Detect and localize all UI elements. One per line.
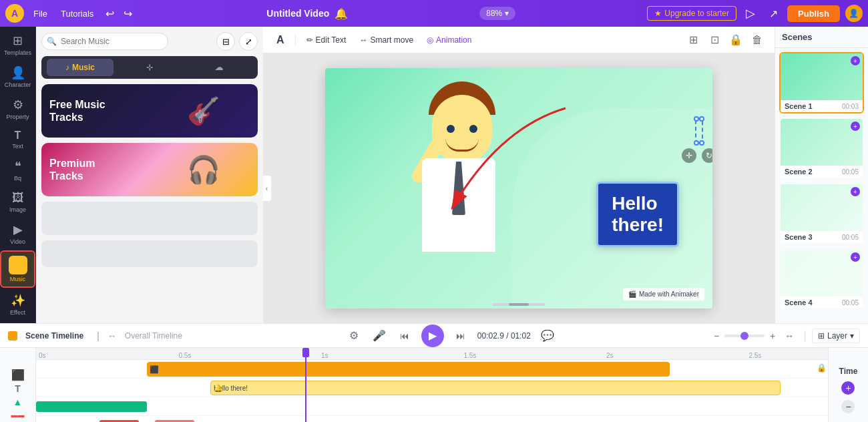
sidebar-item-bq[interactable]: ❝ Bq [0, 155, 35, 186]
fit-view-button[interactable]: ↔ [781, 327, 798, 345]
avatar[interactable]: 👤 [845, 5, 863, 22]
delete-button[interactable]: 🗑 [748, 31, 767, 49]
zoom-minus-icon[interactable]: − [714, 331, 719, 341]
sidebar-label-music: Music [10, 276, 26, 282]
scene-4-add[interactable]: + [851, 252, 860, 262]
menu-tutorials[interactable]: Tutorials [57, 7, 97, 20]
timeline-ruler: 0s 0.5s 1s 1.5s 2s 2.5s [36, 348, 828, 360]
caption-button[interactable]: 💬 [539, 327, 556, 345]
time-minus-button[interactable]: − [841, 400, 855, 413]
settings-ctrl-button[interactable]: ⚙ [345, 327, 363, 345]
overall-timeline-tab[interactable]: Overall Timeline [120, 329, 188, 343]
time-right-panel: Time + − [828, 348, 868, 422]
search-input[interactable] [41, 33, 168, 50]
character-icon: 👤 [11, 65, 25, 80]
publish-button[interactable]: Publish [787, 5, 840, 22]
music-panel: 🔍 ⊟ ⤢ ♪ Music ⊹ ☁ Free Music [36, 27, 263, 323]
lock-button[interactable]: 🔒 [726, 31, 745, 49]
save-icon[interactable]: 🔔 [335, 7, 348, 20]
skip-back-button[interactable]: ⏮ [396, 327, 413, 345]
scene-item-2[interactable]: + Scene 2 00:05 [779, 118, 864, 179]
scene-3-add[interactable]: + [851, 187, 860, 196]
animation-button[interactable]: ◎ Animation [421, 27, 477, 53]
skip-forward-button[interactable]: ⏭ [452, 327, 469, 345]
tab-cloud[interactable]: ☁ [186, 59, 252, 76]
sidebar-item-property[interactable]: ⚙ Property [0, 93, 35, 124]
sidebar-item-video[interactable]: ▶ Video [0, 218, 35, 249]
smart-move-label: Smart move [370, 35, 413, 45]
zoom-button[interactable]: 88% ▾ [479, 7, 515, 20]
sidebar-item-image[interactable]: 🖼 Image [0, 187, 35, 217]
layer-icon: ⊞ [818, 331, 825, 341]
scene-1-add[interactable]: + [851, 56, 860, 65]
scene-block-icon: ⬛ [150, 365, 159, 374]
menu-file[interactable]: File [29, 7, 51, 20]
text-format-icon: A [276, 34, 284, 46]
scroll-thumb [509, 303, 529, 306]
share-button[interactable]: ↗ [765, 5, 782, 22]
sidebar-item-effect[interactable]: ✨ Effect [0, 289, 35, 320]
edit-text-button[interactable]: ✏ Edit Text [301, 27, 352, 53]
scene-2-add[interactable]: + [851, 122, 860, 131]
premium-music-card[interactable]: Premium Tracks 🎧 [41, 143, 258, 196]
canvas-preview[interactable]: ✛ ↻ Hello there! 🎬 Made with Animaker [325, 68, 712, 308]
scene-thumb-4: + [781, 250, 863, 296]
scene-item-4[interactable]: + Scene 4 00:05 [779, 248, 864, 310]
grid-button[interactable]: ⊞ [684, 31, 702, 49]
music-icon: ♪ [9, 256, 27, 274]
timeline-playhead[interactable] [305, 348, 306, 422]
zoom-slider[interactable] [724, 335, 765, 337]
time-add-button[interactable]: + [841, 381, 855, 395]
sidebar-item-templates[interactable]: ⊞ Templates [0, 29, 35, 60]
controls-divider: | [803, 329, 807, 343]
mic-button[interactable]: 🎤 [371, 327, 388, 345]
preview-button[interactable]: ▷ [742, 5, 759, 22]
layer-select[interactable]: ⊞ Layer ▾ [812, 329, 860, 343]
redo-button[interactable]: ↪ [121, 6, 135, 21]
scenes-panel: Scenes + Scene 1 00:03 + Scene 2 00:05 [775, 27, 868, 323]
crop-button[interactable]: ⊡ [705, 31, 724, 49]
sidebar-item-music[interactable]: ♪ Music [0, 250, 35, 288]
green-track-block[interactable] [36, 401, 147, 412]
sidebar-label-property: Property [6, 114, 29, 120]
music-type-tabs: ♪ Music ⊹ ☁ [41, 56, 258, 79]
bq-icon: ❝ [15, 159, 21, 174]
text-format-button[interactable]: A [271, 27, 290, 53]
scene-item-3[interactable]: + Scene 3 00:05 [779, 183, 864, 244]
char-smile [445, 138, 479, 152]
tab-sfx[interactable]: ⊹ [116, 59, 183, 76]
text-track-block[interactable]: Hello there! 🔔 [210, 381, 781, 395]
sidebar-label-bq: Bq [14, 175, 21, 182]
scene-timeline-tab[interactable]: Scene Timeline [20, 329, 89, 343]
scene-timeline-icon [8, 331, 17, 341]
zoom-plus-icon[interactable]: + [770, 331, 775, 341]
character-figure [379, 81, 552, 308]
text-bubble[interactable]: Hello there! [596, 182, 679, 247]
upgrade-button[interactable]: ★ Upgrade to starter [647, 6, 736, 21]
filter-icon[interactable]: ⊟ [216, 32, 235, 51]
tab-music[interactable]: ♪ Music [47, 59, 114, 76]
sidebar-item-text[interactable]: T Text [0, 126, 35, 154]
panel-collapse-button[interactable]: ‹ [263, 175, 272, 202]
expand-icon[interactable]: ⤢ [239, 32, 258, 51]
search-wrapper: 🔍 [41, 33, 212, 50]
scene-3-meta: Scene 3 00:05 [781, 231, 863, 243]
animation-icon: ◎ [427, 35, 433, 45]
logo: A [5, 4, 24, 23]
text-block-icon: 🔔 [214, 384, 223, 393]
scene-block-lock: 🔒 [817, 363, 827, 373]
zoom-slider-thumb [740, 332, 748, 340]
free-music-card[interactable]: Free Music Tracks 🎸 [41, 84, 258, 138]
sidebar-item-character[interactable]: 👤 Character [0, 61, 35, 92]
play-button[interactable]: ▶ [421, 325, 444, 347]
scene-track-block[interactable]: ⬛ [147, 362, 670, 377]
panel-search-bar: 🔍 ⊟ ⤢ [36, 27, 263, 56]
scenes-list: + Scene 1 00:03 + Scene 2 00:05 + [775, 48, 868, 323]
undo-button[interactable]: ↩ [103, 6, 117, 21]
smart-move-button[interactable]: ↔ Smart move [354, 27, 419, 53]
scene-item-1[interactable]: + Scene 1 00:03 [779, 52, 864, 114]
scene-thumb-3: + [781, 184, 863, 231]
undo-redo-group: ↩ ↪ [103, 6, 135, 21]
ruler-25s: 2.5s [748, 352, 761, 359]
sidebar-label-text: Text [12, 143, 23, 150]
